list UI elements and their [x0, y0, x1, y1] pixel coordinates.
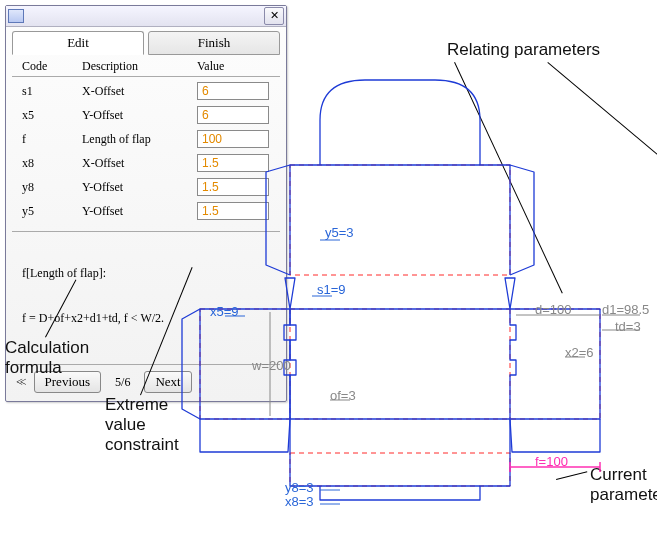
- svg-rect-4: [290, 453, 510, 486]
- dim-td: td=3: [615, 319, 641, 334]
- header-code: Code: [22, 59, 82, 74]
- annotation-calc: Calculation formula: [5, 338, 89, 378]
- dim-d1: d1=98.5: [602, 302, 649, 317]
- row-code: x5: [16, 108, 82, 123]
- titlebar[interactable]: ✕: [6, 6, 286, 27]
- tab-bar: Edit Finish: [12, 31, 280, 55]
- tab-finish[interactable]: Finish: [148, 31, 280, 55]
- annotation-relating: Relating parameters: [447, 40, 600, 60]
- row-code: s1: [16, 84, 82, 99]
- dim-d: d=100: [535, 302, 572, 317]
- svg-rect-0: [290, 165, 510, 275]
- tab-edit[interactable]: Edit: [12, 31, 144, 55]
- box-drawing: y5=3 s1=9 x5=9 d=100 d1=98.5 td=3 w=200 …: [170, 60, 650, 530]
- row-code: y8: [16, 180, 82, 195]
- dim-x5: x5=9: [210, 304, 239, 319]
- dim-x2: x2=6: [565, 345, 594, 360]
- close-button[interactable]: ✕: [264, 7, 284, 25]
- dim-f: f=100: [535, 454, 568, 469]
- window-icon: [8, 9, 24, 23]
- row-code: f: [16, 132, 82, 147]
- page-count: 5/6: [115, 375, 130, 390]
- dim-of: of=3: [330, 388, 356, 403]
- row-code: x8: [16, 156, 82, 171]
- dim-y8: y8=3: [285, 480, 314, 495]
- dim-s1: s1=9: [317, 282, 346, 297]
- row-code: y5: [16, 204, 82, 219]
- annotation-extreme: Extreme value constraint: [105, 395, 179, 455]
- dim-w: w=200: [252, 358, 291, 373]
- dim-x8: x8=3: [285, 494, 314, 509]
- dim-y5: y5=3: [325, 225, 354, 240]
